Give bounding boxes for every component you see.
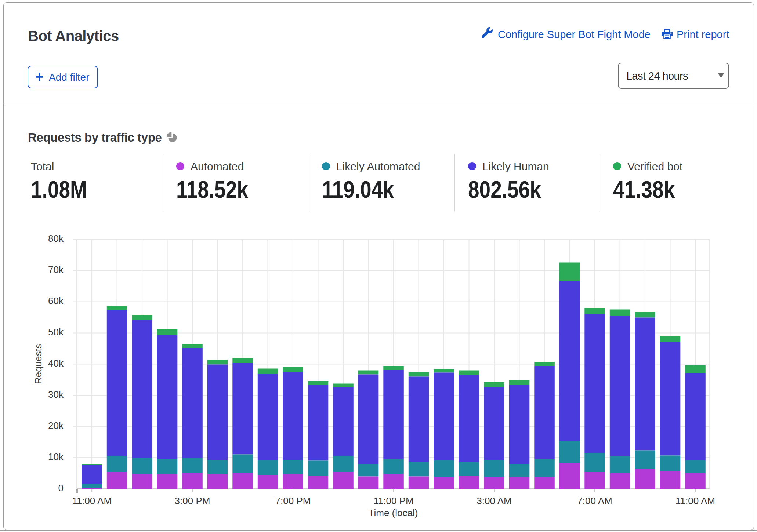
- svg-text:11:00 PM: 11:00 PM: [373, 495, 413, 506]
- svg-text:3:00 PM: 3:00 PM: [175, 495, 210, 506]
- svg-text:11:00 AM: 11:00 AM: [675, 495, 715, 506]
- svg-text:7:00 PM: 7:00 PM: [275, 495, 311, 506]
- svg-text:30k: 30k: [48, 389, 64, 400]
- svg-text:0: 0: [58, 482, 64, 493]
- svg-text:11:00 AM: 11:00 AM: [72, 495, 112, 506]
- svg-text:7:00 AM: 7:00 AM: [577, 495, 612, 506]
- svg-text:10k: 10k: [48, 451, 64, 462]
- svg-text:60k: 60k: [48, 295, 64, 306]
- svg-text:Time (local): Time (local): [369, 507, 418, 518]
- svg-text:3:00 AM: 3:00 AM: [477, 495, 511, 506]
- svg-text:50k: 50k: [48, 327, 64, 338]
- svg-text:Requests: Requests: [33, 344, 44, 384]
- svg-text:40k: 40k: [48, 358, 64, 369]
- svg-text:70k: 70k: [48, 264, 64, 275]
- svg-text:20k: 20k: [48, 420, 64, 431]
- svg-text:80k: 80k: [48, 233, 64, 244]
